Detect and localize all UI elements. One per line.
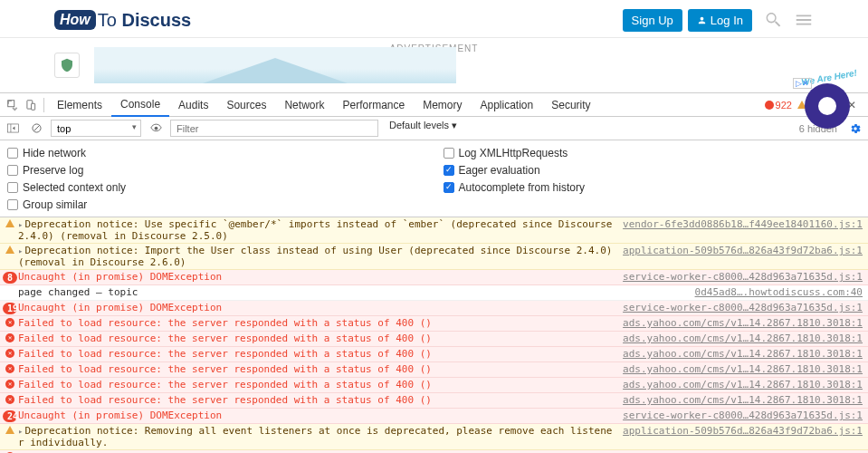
expand-icon[interactable]: ▸ [18, 246, 23, 255]
checkbox-icon[interactable] [444, 165, 454, 176]
error-icon [5, 395, 14, 404]
log-message: Failed to load resource: the server resp… [16, 394, 614, 406]
log-message: Uncaught (in promise) DOMException [16, 302, 614, 313]
log-source-link[interactable]: ads.yahoo.com/cms/v1…14.2867.1810.3018:1 [614, 394, 863, 406]
tab-application[interactable]: Application [472, 93, 543, 117]
option-group-similar[interactable]: Group similar [7, 196, 425, 213]
warning-icon [5, 426, 14, 434]
checkbox-icon[interactable] [444, 182, 454, 193]
levels-select[interactable]: Default levels ▾ [384, 120, 473, 137]
error-icon [5, 318, 14, 327]
warning-icon [5, 219, 14, 227]
log-source-link[interactable]: ads.yahoo.com/cms/v1…14.2867.1810.3018:1 [614, 333, 863, 344]
console-options: Hide networkPreserve logSelected context… [0, 140, 868, 217]
log-message: ▸Deprecation notice: Removing all event … [16, 425, 614, 448]
option-selected-context-only[interactable]: Selected context only [7, 178, 425, 196]
checkbox-icon[interactable] [7, 182, 18, 193]
devtools-tabbar: ElementsConsoleAuditsSourcesNetworkPerfo… [0, 93, 868, 117]
ad-area: ADVERTISEMENT We Are Here! ▷✕ [0, 38, 868, 92]
log-row[interactable]: Failed to load resource: the server resp… [0, 362, 868, 378]
tab-performance[interactable]: Performance [333, 93, 414, 117]
error-icon [5, 349, 14, 358]
log-source-link[interactable]: application-509b576d…826a43f9d72ba6.js:1 [614, 245, 863, 256]
log-source-link[interactable]: application-509b576d…826a43f9d72ba6.js:1 [614, 425, 863, 437]
error-icon [5, 364, 14, 373]
devtools-panel: ElementsConsoleAuditsSourcesNetworkPerfo… [0, 92, 868, 453]
log-message: page changed – topic [16, 286, 686, 298]
log-source-link[interactable]: service-worker-c8000…428d963a71635d.js:1 [614, 271, 863, 283]
signup-button[interactable]: Sign Up [623, 9, 682, 32]
tab-security[interactable]: Security [542, 93, 599, 117]
logo-text: To Discuss [98, 10, 191, 31]
error-counter[interactable]: 922 [765, 100, 792, 111]
ad-banner[interactable] [94, 47, 456, 83]
error-icon [5, 333, 14, 342]
log-row[interactable]: ▸Deprecation notice: Removing all event … [0, 424, 868, 450]
site-logo[interactable]: How To Discuss [54, 10, 191, 31]
expand-icon[interactable]: ▸ [18, 220, 23, 229]
login-label: Log In [711, 14, 743, 27]
log-source-link[interactable]: service-worker-c8000…428d963a71635d.js:1 [614, 410, 863, 421]
log-source-link[interactable]: ads.yahoo.com/cms/v1…14.2867.1810.3018:1 [614, 363, 863, 375]
log-message: ▸Deprecation notice: Import the User cla… [16, 245, 614, 268]
checkbox-icon[interactable] [7, 148, 18, 159]
log-source-link[interactable]: ads.yahoo.com/cms/v1…14.2867.1810.3018:1 [614, 348, 863, 360]
log-row[interactable]: Failed to load resource: the server resp… [0, 316, 868, 332]
filter-input[interactable] [170, 120, 378, 137]
ad-close-icon[interactable]: ▷✕ [793, 78, 812, 89]
log-message: ▸Deprecation notice: Use specific `@embe… [16, 218, 614, 242]
log-row[interactable]: Failed to load resource: the server resp… [0, 378, 868, 393]
checkbox-icon[interactable] [7, 165, 18, 176]
clear-console-icon[interactable] [27, 120, 45, 138]
option-autocomplete-from-history[interactable]: Autocomplete from history [444, 178, 862, 196]
checkbox-icon[interactable] [444, 148, 454, 159]
logo-how: How [54, 10, 96, 30]
chat-bubble-icon[interactable] [805, 83, 850, 129]
option-preserve-log[interactable]: Preserve log [7, 161, 425, 178]
option-log-xmlhttprequests[interactable]: Log XMLHttpRequests [444, 144, 862, 161]
option-hide-network[interactable]: Hide network [7, 144, 425, 161]
log-row[interactable]: 8Uncaught (in promise) DOMExceptionservi… [0, 270, 868, 285]
tab-network[interactable]: Network [275, 93, 333, 117]
live-expression-icon[interactable] [147, 120, 165, 138]
error-badge: 8 [3, 272, 17, 284]
log-source-link[interactable]: ads.yahoo.com/cms/v1…14.2867.1810.3018:1 [614, 379, 863, 390]
context-select[interactable]: top [51, 120, 141, 137]
user-icon [697, 15, 707, 25]
log-row[interactable]: 24Uncaught (in promise) DOMExceptionserv… [0, 409, 868, 424]
expand-icon[interactable]: ▸ [18, 427, 23, 436]
option-eager-evaluation[interactable]: Eager evaluation [444, 161, 862, 178]
log-row[interactable]: 19Uncaught (in promise) DOMExceptionserv… [0, 301, 868, 316]
log-source-link[interactable]: service-worker-c8000…428d963a71635d.js:1 [614, 302, 863, 313]
tab-elements[interactable]: Elements [48, 93, 111, 117]
checkbox-icon[interactable] [7, 199, 18, 210]
device-icon[interactable] [22, 96, 40, 114]
log-source-link[interactable]: ads.yahoo.com/cms/v1…14.2867.1810.3018:1 [614, 317, 863, 329]
log-message: Uncaught (in promise) DOMException [16, 271, 614, 283]
console-toolbar: top Default levels ▾ 6 hidden [0, 117, 868, 140]
inspect-icon[interactable] [4, 96, 22, 114]
log-row[interactable]: Failed to load resource: the server resp… [0, 332, 868, 347]
log-row[interactable]: ▸Deprecation notice: Import the User cla… [0, 244, 868, 270]
log-source-link[interactable]: 0d45ad8….howtodiscuss.com:40 [686, 286, 863, 298]
adblock-shield-icon[interactable] [54, 53, 80, 78]
site-header: How To Discuss Sign Up Log In [0, 0, 868, 38]
tab-sources[interactable]: Sources [217, 93, 275, 117]
log-row[interactable]: Failed to load resource: the server resp… [0, 393, 868, 409]
console-log-area[interactable]: ▸Deprecation notice: Use specific `@embe… [0, 217, 868, 453]
log-message: Uncaught (in promise) DOMException [16, 410, 614, 421]
sidebar-toggle-icon[interactable] [4, 120, 22, 138]
menu-icon[interactable] [794, 10, 814, 30]
login-button[interactable]: Log In [688, 9, 752, 32]
log-source-link[interactable]: vendor-6fe3dd0886b18…f449ee18401160.js:1 [614, 218, 863, 230]
tab-console[interactable]: Console [111, 93, 169, 117]
gear-icon[interactable] [846, 120, 864, 138]
log-message: Failed to load resource: the server resp… [16, 333, 614, 344]
log-row[interactable]: page changed – topic0d45ad8….howtodiscus… [0, 285, 868, 301]
log-row[interactable]: ▸Deprecation notice: Use specific `@embe… [0, 217, 868, 244]
tab-memory[interactable]: Memory [414, 93, 471, 117]
log-row[interactable]: Failed to load resource: the server resp… [0, 347, 868, 362]
warning-icon [5, 246, 14, 254]
tab-audits[interactable]: Audits [169, 93, 217, 117]
search-icon[interactable] [763, 10, 783, 30]
